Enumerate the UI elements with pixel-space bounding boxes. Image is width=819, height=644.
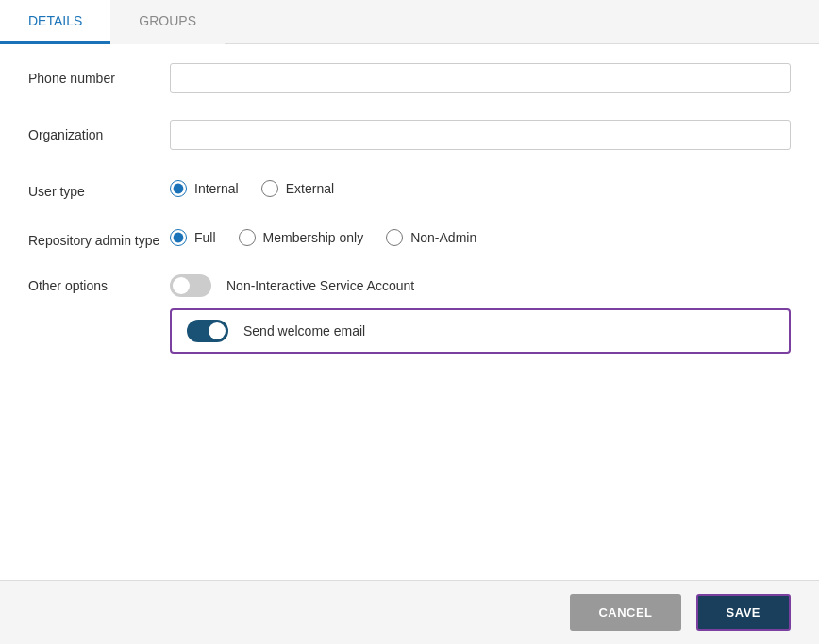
user-type-internal-option[interactable]: Internal bbox=[170, 180, 239, 197]
non-interactive-toggle-row: Non-Interactive Service Account bbox=[170, 274, 791, 297]
tab-details[interactable]: DETAILS bbox=[0, 0, 110, 44]
organization-field-wrapper bbox=[170, 120, 791, 150]
user-type-external-label: External bbox=[286, 181, 334, 196]
repo-admin-membership-radio[interactable] bbox=[239, 229, 256, 246]
user-type-external-option[interactable]: External bbox=[261, 180, 334, 197]
repo-admin-type-options: Full Membership only Non-Admin bbox=[170, 225, 791, 246]
repo-admin-nonadmin-label: Non-Admin bbox=[410, 230, 476, 245]
organization-row: Organization bbox=[28, 120, 791, 150]
user-type-options: Internal External bbox=[170, 176, 791, 197]
user-type-radio-group: Internal External bbox=[170, 176, 791, 197]
repo-admin-membership-option[interactable]: Membership only bbox=[239, 229, 364, 246]
organization-label: Organization bbox=[28, 120, 170, 142]
user-type-internal-label: Internal bbox=[194, 181, 239, 196]
repo-admin-full-option[interactable]: Full bbox=[170, 229, 216, 246]
tab-bar: DETAILS GROUPS bbox=[0, 0, 819, 44]
repo-admin-full-radio[interactable] bbox=[170, 229, 187, 246]
repo-admin-nonadmin-radio[interactable] bbox=[386, 229, 403, 246]
non-interactive-label: Non-Interactive Service Account bbox=[226, 278, 414, 293]
user-type-row: User type Internal External bbox=[28, 176, 791, 199]
send-welcome-email-toggle[interactable] bbox=[187, 320, 228, 342]
organization-input[interactable] bbox=[170, 120, 791, 150]
phone-number-row: Phone number bbox=[28, 63, 791, 93]
phone-number-field-wrapper bbox=[170, 63, 791, 93]
repo-admin-type-radio-group: Full Membership only Non-Admin bbox=[170, 225, 791, 246]
footer: CANCEL SAVE bbox=[0, 580, 819, 644]
send-welcome-email-label: Send welcome email bbox=[243, 323, 365, 339]
user-type-internal-radio[interactable] bbox=[170, 180, 187, 197]
non-interactive-slider bbox=[170, 274, 211, 297]
repo-admin-full-label: Full bbox=[194, 230, 216, 245]
save-button[interactable]: SAVE bbox=[696, 594, 791, 631]
repo-admin-nonadmin-option[interactable]: Non-Admin bbox=[386, 229, 476, 246]
other-options-controls: Non-Interactive Service Account Send wel… bbox=[170, 274, 791, 354]
repo-admin-type-label: Repository admin type bbox=[28, 225, 170, 248]
form-content: Phone number Organization User type Inte… bbox=[0, 44, 819, 388]
non-interactive-toggle[interactable] bbox=[170, 274, 211, 297]
repo-admin-membership-label: Membership only bbox=[263, 230, 364, 245]
phone-number-input[interactable] bbox=[170, 63, 791, 93]
phone-number-label: Phone number bbox=[28, 63, 170, 86]
other-options-label: Other options bbox=[28, 274, 170, 293]
user-type-label: User type bbox=[28, 176, 170, 199]
send-welcome-email-box: Send welcome email bbox=[170, 308, 791, 354]
tab-groups[interactable]: GROUPS bbox=[110, 0, 225, 44]
send-welcome-email-slider bbox=[187, 320, 228, 342]
other-options-row: Other options Non-Interactive Service Ac… bbox=[28, 274, 791, 354]
cancel-button[interactable]: CANCEL bbox=[570, 594, 680, 631]
user-type-external-radio[interactable] bbox=[261, 180, 278, 197]
repo-admin-type-row: Repository admin type Full Membership on… bbox=[28, 225, 791, 248]
